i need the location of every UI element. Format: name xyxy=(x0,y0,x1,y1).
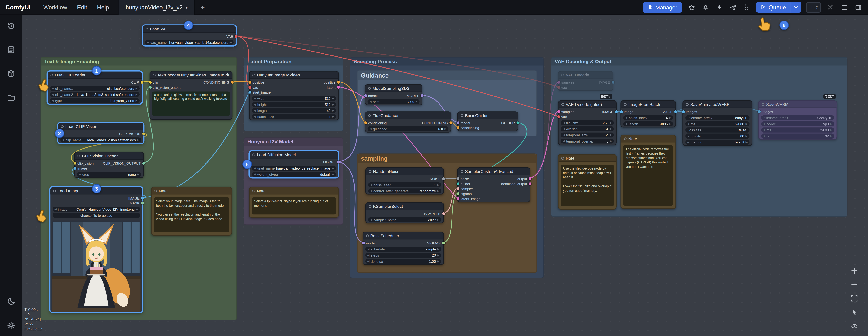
widget-filename_prefix[interactable]: filename_prefixComfyUI xyxy=(761,115,834,120)
collapse-dot-icon[interactable] xyxy=(461,170,463,173)
prompt-text-widget[interactable]: a cute anime girl with massive fennec ea… xyxy=(152,91,229,115)
widget-clip_name[interactable]: ◀clip_namellava_llama3_vision.safetensor… xyxy=(60,137,141,142)
input-slot-start_image[interactable]: start_image xyxy=(248,90,271,94)
output-slot-IMAGE[interactable]: IMAGE xyxy=(599,80,614,84)
menu-help[interactable]: Help xyxy=(92,4,114,10)
collapse-dot-icon[interactable] xyxy=(154,189,157,192)
node-load-clip-vision[interactable]: Load CLIP VisionCLIP_VISION◀clip_namella… xyxy=(58,122,144,144)
collapse-dot-icon[interactable] xyxy=(686,103,689,106)
settings-gear-icon[interactable] xyxy=(6,320,16,330)
widget-noise_seed[interactable]: ◀noise_seed1▶ xyxy=(368,183,441,187)
collapse-dot-icon[interactable] xyxy=(78,155,80,157)
note-text[interactable]: Select your image here. The image is fed… xyxy=(154,197,229,232)
node-note-image[interactable]: NoteSelect your image here. The image is… xyxy=(151,187,232,235)
input-slot-positive[interactable]: positive xyxy=(248,80,264,84)
node-dualcliploader[interactable]: DualCLIPLoaderCLIP◀clip_name1clip_l.safe… xyxy=(47,71,142,104)
output-slot-CLIP_VISION_OUTPUT[interactable]: CLIP_VISION_OUTPUT xyxy=(103,161,145,165)
input-slot-images[interactable]: images xyxy=(682,110,697,114)
choose-file-button[interactable]: choose file to upload xyxy=(53,213,140,218)
node-note-first-frames[interactable]: NoteThe official code removes the first … xyxy=(620,135,676,209)
output-slot-denoised_output[interactable]: denoised_output xyxy=(501,182,531,186)
output-slot-VAE[interactable]: VAE xyxy=(226,34,237,38)
node-title[interactable]: RandomNoise xyxy=(366,168,443,175)
new-workflow-button[interactable]: + xyxy=(195,3,210,11)
node-title[interactable]: BasicScheduler xyxy=(363,232,443,240)
input-slot-clip[interactable]: clip xyxy=(149,80,158,84)
lightning-icon[interactable] xyxy=(715,3,724,12)
collapse-dot-icon[interactable] xyxy=(61,125,64,128)
output-slot-output[interactable]: output xyxy=(517,177,531,181)
zoom-in-icon[interactable] xyxy=(850,266,859,275)
node-saveanimatedwebp[interactable]: SaveAnimatedWEBPimagesfilename_prefixCom… xyxy=(682,100,752,146)
queue-options-chevron-icon[interactable] xyxy=(791,5,801,9)
output-slot-SAMPLER[interactable]: SAMPLER xyxy=(424,212,445,216)
input-slot-sigmas[interactable]: sigmas xyxy=(457,192,472,196)
input-slot-vae[interactable]: vae xyxy=(557,85,567,89)
input-slot-vae[interactable]: vae xyxy=(248,85,258,89)
node-note-tiled-decode[interactable]: NoteUse the tiled decode node by default… xyxy=(558,154,617,209)
collapse-dot-icon[interactable] xyxy=(252,74,255,76)
star-icon[interactable] xyxy=(687,3,696,12)
node-basicscheduler[interactable]: BasicSchedulermodelSIGMAS◀schedulersimpl… xyxy=(363,232,444,265)
collapse-dot-icon[interactable] xyxy=(252,153,255,156)
toggle-visibility-eye-icon[interactable] xyxy=(850,321,859,331)
node-vae-decode[interactable]: VAE DecodesamplesIMAGEvae xyxy=(558,71,614,91)
node-samplercustomadvanced[interactable]: SamplerCustomAdvancednoiseoutputguiderde… xyxy=(457,167,530,202)
collapse-dot-icon[interactable] xyxy=(366,234,369,237)
widget-type[interactable]: ◀typehunyuan_video▶ xyxy=(50,98,140,103)
collapse-dot-icon[interactable] xyxy=(53,189,56,192)
widget-temporal_overlap[interactable]: ◀temporal_overlap8▶ xyxy=(561,139,614,143)
output-slot-GUIDER[interactable]: GUIDER xyxy=(501,121,519,125)
output-slot-IMAGE[interactable]: IMAGE xyxy=(128,196,144,200)
collapse-dot-icon[interactable] xyxy=(624,103,627,106)
note-text[interactable]: The official code removes the first 4 fr… xyxy=(623,145,673,206)
collapse-dot-icon[interactable] xyxy=(461,114,463,117)
input-slot-guider[interactable]: guider xyxy=(457,182,470,186)
output-slot-NOISE[interactable]: NOISE xyxy=(430,177,445,181)
collapse-dot-icon[interactable] xyxy=(369,170,372,173)
collapse-dot-icon[interactable] xyxy=(146,27,148,30)
widget-tile_size[interactable]: ◀tile_size256▶ xyxy=(561,120,614,125)
model-library-icon[interactable] xyxy=(6,69,16,79)
widget-filename_prefix[interactable]: filename_prefixComfyUI xyxy=(685,115,750,120)
widget-batch_index[interactable]: ◀batch_index4▶ xyxy=(623,115,673,120)
queue-button[interactable]: Queue xyxy=(756,2,801,13)
node-fluxguidance[interactable]: FluxGuidanceconditioningCONDITIONING◀gui… xyxy=(365,111,451,133)
queue-history-icon[interactable] xyxy=(6,21,16,31)
collapse-dot-icon[interactable] xyxy=(252,189,255,192)
widget-height[interactable]: ◀height512▶ xyxy=(252,102,336,107)
input-slot-vae[interactable]: vae xyxy=(557,115,567,119)
note-text[interactable]: Select a fp8 weight_dtype if you are run… xyxy=(252,197,336,215)
node-title[interactable]: ModelSamplingSD3 xyxy=(365,85,422,92)
interrupt-icon[interactable] xyxy=(826,3,835,12)
panel-toggle-icon[interactable] xyxy=(854,3,863,12)
widget-steps[interactable]: ◀steps20▶ xyxy=(365,253,441,258)
node-title[interactable]: CLIP Vision Encode xyxy=(75,152,143,160)
workflows-folder-icon[interactable] xyxy=(6,92,16,103)
node-title[interactable]: SaveAnimatedWEBP xyxy=(683,101,752,108)
collapse-dot-icon[interactable] xyxy=(762,103,765,106)
node-savewebm[interactable]: SaveWEBMimagesfilename_prefixComfyUI◀cod… xyxy=(758,100,837,140)
node-library-icon[interactable] xyxy=(6,45,16,55)
output-slot-MODEL[interactable]: MODEL xyxy=(323,160,340,164)
batch-count-stepper[interactable]: 1 ▲▼ xyxy=(806,2,821,12)
node-vae-decode-tiled[interactable]: VAE Decode (Tiled)samplesIMAGEvae◀tile_s… xyxy=(558,100,617,145)
input-slot-latent_image[interactable]: latent_image xyxy=(457,197,480,201)
stepper-arrows[interactable]: ▲▼ xyxy=(815,4,818,10)
node-title[interactable]: Note xyxy=(621,135,675,142)
widget-fps[interactable]: ◀fps24.00▶ xyxy=(685,121,750,126)
output-slot-IMAGE[interactable]: IMAGE xyxy=(661,110,677,114)
input-slot-noise[interactable]: noise xyxy=(457,177,469,181)
collapse-dot-icon[interactable] xyxy=(50,74,53,76)
widget-codec[interactable]: ◀codecvp9▶ xyxy=(761,121,834,126)
node-imagefrombatch[interactable]: ImageFromBatchimageIMAGE◀batch_index4▶◀l… xyxy=(620,100,676,128)
input-slot-sampler[interactable]: sampler xyxy=(457,187,473,191)
input-slot-samples[interactable]: samples xyxy=(557,80,574,84)
input-slot-images[interactable]: images xyxy=(757,110,773,114)
node-basicguider[interactable]: BasicGuidermodelGUIDERconditioning xyxy=(457,111,518,131)
node-title[interactable]: Note xyxy=(152,187,231,194)
node-hunyuan-image-to-video[interactable]: HunyuanImageToVideopositivepositivevaela… xyxy=(249,71,339,120)
widget-overlap[interactable]: ◀overlap64▶ xyxy=(561,126,614,131)
output-slot-IMAGE[interactable]: IMAGE xyxy=(602,110,618,114)
node-textencode-hunyuanvideo-imagetovideo[interactable]: TextEncodeHunyuanVideo_ImageToVideoclipC… xyxy=(150,71,232,120)
